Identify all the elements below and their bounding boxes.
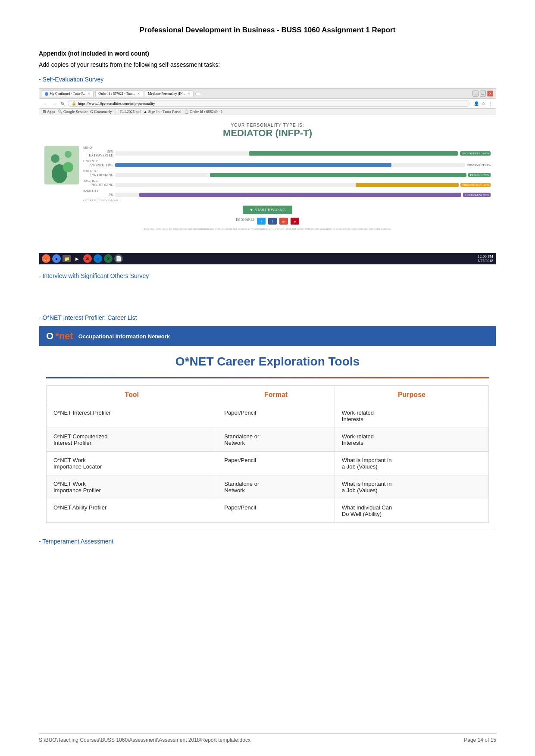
taskbar-doc[interactable]: 📄 <box>114 254 123 263</box>
address-text: https://www.16personalities.com/infp-per… <box>78 101 155 106</box>
star-icon[interactable]: ☆ <box>482 101 485 106</box>
cell-tool-4: O*NET Ability Profiler <box>47 499 217 523</box>
facebook-btn[interactable]: f <box>268 218 277 225</box>
pinterest-btn[interactable]: p <box>291 218 299 225</box>
table-row: O*NET Interest ProfilerPaper/PencilWork-… <box>47 404 489 428</box>
self-eval-link[interactable]: - Self-Evaluation Survey <box>39 76 103 83</box>
onet-logo: O *net <box>46 331 73 342</box>
onet-header: O *net Occupational Information Network <box>39 326 496 346</box>
tab-close-0[interactable]: ✕ <box>88 92 91 96</box>
cell-format-1: Standalone or Network <box>217 428 335 452</box>
taskbar-play[interactable]: ▶ <box>73 254 81 263</box>
bookmark-scholar[interactable]: 🔍 Google Scholar <box>58 109 88 114</box>
tab-2[interactable]: Mediator Personality (IN... ✕ <box>145 91 193 97</box>
onet-logo-o: O <box>46 331 53 342</box>
browser-titlebar: My Confirmed - Tutor P... ✕ Order Id : 6… <box>39 89 496 99</box>
temperament-link[interactable]: - Temperament Assessment <box>39 538 113 545</box>
taskbar-folder[interactable]: 📁 <box>63 255 71 262</box>
table-row: O*NET Computerized Interest ProfilerStan… <box>47 428 489 452</box>
section-temperament: - Temperament Assessment <box>39 538 496 545</box>
cell-format-3: Standalone or Network <box>217 475 335 499</box>
menu-icon[interactable]: ⋮ <box>488 101 492 106</box>
col-format: Format <box>217 386 335 404</box>
stat-nature: NATURE 27% THINKING FEELING 73% <box>83 169 491 177</box>
cell-tool-3: O*NET Work Importance Profiler <box>47 475 217 499</box>
gplus-btn[interactable]: g+ <box>279 218 288 225</box>
cell-format-0: Paper/Pencil <box>217 404 335 428</box>
interview-link[interactable]: - Interview with Significant Others Surv… <box>39 272 149 279</box>
bookmark-grammarly[interactable]: G Grammarly <box>90 109 112 114</box>
reload-btn[interactable]: ↻ <box>60 101 65 106</box>
section-self-eval: - Self-Evaluation Survey <box>39 76 496 83</box>
minimize-btn[interactable]: – <box>472 91 479 97</box>
table-header-row: Tool Format Purpose <box>47 386 489 404</box>
onet-table: Tool Format Purpose O*NET Interest Profi… <box>46 385 489 523</box>
onet-link[interactable]: - O*NET Interest Profiler: Career List <box>39 314 137 321</box>
cell-format-2: Paper/Pencil <box>217 452 335 475</box>
stat-identity: IDENTITY -7% TURBULENT 93% <box>83 189 491 197</box>
back-btn[interactable]: ← <box>43 101 49 106</box>
tab-label-2: Mediator Personality (IN... <box>148 92 185 96</box>
main-title: Professional Development in Business - B… <box>39 26 496 34</box>
personality-stats: MIND 39% EXTRAVERTED INTROVERTED 61% ENE… <box>83 146 491 202</box>
tab-3[interactable] <box>195 93 201 95</box>
page: Professional Development in Business - B… <box>0 0 535 756</box>
browser-screenshot: My Confirmed - Tutor P... ✕ Order Id : 6… <box>39 88 496 265</box>
bookmark-order[interactable]: 📋 Order Id : 688249 - 1 <box>184 109 223 114</box>
personality-header: YOUR PERSONALITY TYPE IS: MEDIATOR (INFP… <box>44 119 491 142</box>
address-box[interactable]: 🔒 https://www.16personalities.com/infp-p… <box>68 100 469 107</box>
onet-main-title: O*NET Career Exploration Tools <box>39 346 496 377</box>
browser-controls: – □ ✕ <box>472 91 493 97</box>
footer-note: This test is provided for educational an… <box>44 227 491 231</box>
taskbar-email[interactable]: ✉ <box>83 254 92 263</box>
footer-page: Page 14 of 15 <box>464 737 496 743</box>
table-row: O*NET Work Importance ProfilerStandalone… <box>47 475 489 499</box>
twitter-btn[interactable]: t <box>257 218 266 225</box>
section-interview: - Interview with Significant Others Surv… <box>39 272 496 280</box>
cell-format-4: Paper/Pencil <box>217 499 335 523</box>
personality-label: YOUR PERSONALITY TYPE IS: <box>44 123 491 128</box>
bookmark-signin[interactable]: ▲ Sign In - Tutor Portal <box>144 109 181 114</box>
intro-text: Add copies of your results from the foll… <box>39 61 496 68</box>
taskbar-edge[interactable]: e <box>94 254 102 263</box>
share-count: 1M SHARES <box>236 218 255 225</box>
taskbar-chrome[interactable]: ● <box>52 254 61 263</box>
appendix-title: Appendix (not included in word count) <box>39 50 496 57</box>
tab-icon-0 <box>45 92 48 96</box>
start-reading-btn[interactable]: ▼ START READING <box>243 206 292 214</box>
taskbar: 🦊 ● 📁 ▶ ✉ e X 📄 12:00 PM 1/27/2018 <box>39 253 496 264</box>
tab-1[interactable]: Order Id : 697622 - Tuto... ✕ <box>95 91 143 97</box>
cell-purpose-2: What is Important in a Job (Values) <box>335 452 488 475</box>
profile-icon[interactable]: 👤 <box>474 101 479 106</box>
svg-point-4 <box>63 162 73 172</box>
tab-0[interactable]: My Confirmed - Tutor P... ✕ <box>42 91 94 97</box>
tab-close-1[interactable]: ✕ <box>137 92 140 96</box>
personality-image <box>44 146 79 202</box>
tab-close-2[interactable]: ✕ <box>188 92 191 96</box>
onet-table-container: Tool Format Purpose O*NET Interest Profi… <box>39 385 496 530</box>
col-tool: Tool <box>47 386 217 404</box>
forward-btn[interactable]: → <box>51 101 57 106</box>
table-row: O*NET Work Importance LocatorPaper/Penci… <box>47 452 489 475</box>
maximize-btn[interactable]: □ <box>480 91 486 97</box>
browser-content: YOUR PERSONALITY TYPE IS: MEDIATOR (INFP… <box>39 115 496 253</box>
bookmarks-bar: ⊞ Apps 🔍 Google Scholar G Grammarly 📄 E4… <box>39 109 496 115</box>
spacer-1 <box>39 285 496 302</box>
bookmark-apps[interactable]: ⊞ Apps <box>43 109 55 114</box>
page-footer: S:\BUO\Teaching Courses\BUSS 1060\Assess… <box>39 733 496 743</box>
get-results-text: GET RESULTS BY E-MAIL <box>83 199 491 202</box>
close-btn[interactable]: ✕ <box>487 91 493 97</box>
col-purpose: Purpose <box>335 386 488 404</box>
svg-point-2 <box>65 151 72 158</box>
onet-container: O *net Occupational Information Network … <box>39 326 496 530</box>
stat-tactics: TACTICS 70% JUDGING PROSPECTING 30% <box>83 179 491 187</box>
onet-logo-net: *net <box>55 331 73 342</box>
stat-energy: ENERGY 79% INTUITIVE OBSERVANT 21% <box>83 159 491 167</box>
cell-purpose-1: Work-related Interests <box>335 428 488 452</box>
stat-mind: MIND 39% EXTRAVERTED INTROVERTED 61% <box>83 146 491 157</box>
browser-main-content: MIND 39% EXTRAVERTED INTROVERTED 61% ENE… <box>44 146 491 202</box>
social-row: 1M SHARES t f g+ p <box>44 218 491 225</box>
taskbar-firefox[interactable]: 🦊 <box>42 254 50 263</box>
bookmark-pdf[interactable]: 📄 E4L2026.pdf <box>115 109 141 114</box>
taskbar-excel[interactable]: X <box>104 254 113 263</box>
